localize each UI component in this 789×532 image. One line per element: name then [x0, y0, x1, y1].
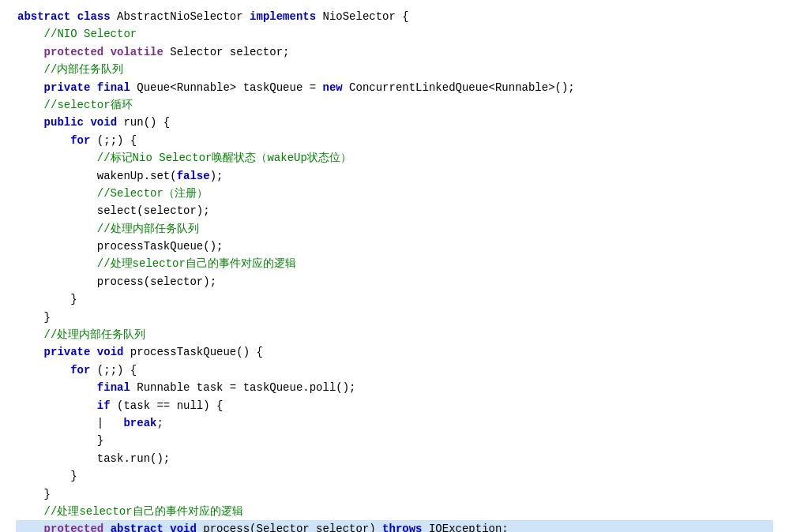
code-line: //处理selector自己的事件对应的逻辑: [16, 255, 773, 272]
code-token: }: [17, 470, 77, 482]
code-token: );: [210, 170, 224, 182]
code-line: final Runnable task = taskQueue.poll();: [16, 379, 773, 396]
code-token: //标记Nio Selector唤醒状态（wakeUp状态位）: [17, 152, 351, 164]
code-token: (;;) {: [97, 134, 137, 147]
code-token: //处理内部任务队列: [17, 223, 199, 235]
code-token: //内部任务队列: [17, 63, 123, 76]
code-line: for (;;) {: [16, 362, 773, 379]
code-line: //NIO Selector: [16, 25, 773, 43]
code-token: false: [177, 170, 210, 182]
code-token: [17, 134, 70, 147]
code-token: Queue<Runnable> taskQueue =: [137, 81, 322, 94]
code-token: final: [97, 381, 137, 394]
code-line: public void run() {: [16, 114, 773, 131]
code-line: abstract class AbstractNioSelector imple…: [16, 8, 773, 25]
code-token: processTaskQueue() {: [130, 346, 263, 358]
code-token: [17, 399, 97, 412]
code-token: class: [77, 10, 117, 23]
code-line: private final Queue<Runnable> taskQueue …: [16, 79, 773, 96]
code-token: //处理selector自己的事件对应的逻辑: [17, 257, 296, 270]
code-line: //内部任务队列: [16, 61, 773, 78]
code-token: }: [17, 311, 51, 324]
code-block: abstract class AbstractNioSelector imple…: [16, 8, 773, 532]
code-token: select(selector);: [17, 204, 210, 217]
code-line: | break;: [16, 414, 773, 432]
code-token: (task == null) {: [117, 399, 223, 412]
code-line: //selector循环: [16, 96, 773, 114]
code-token: //Selector（注册）: [17, 187, 208, 200]
code-line: wakenUp.set(false);: [16, 167, 773, 185]
code-token: new: [323, 81, 350, 94]
code-line: protected volatile Selector selector;: [16, 43, 773, 61]
code-token: void: [90, 116, 123, 129]
code-token: volatile: [111, 46, 171, 58]
code-line: //处理内部任务队列: [16, 326, 773, 343]
code-token: AbstractNioSelector: [117, 10, 250, 23]
code-token: void: [170, 523, 203, 532]
code-token: //selector循环: [17, 99, 133, 111]
code-token: |: [17, 417, 123, 429]
code-token: [17, 81, 44, 94]
code-token: (;;) {: [97, 364, 137, 377]
code-token: public: [44, 116, 91, 129]
code-token: final: [97, 81, 137, 94]
code-line: //标记Nio Selector唤醒状态（wakeUp状态位）: [16, 149, 773, 167]
code-token: for: [70, 134, 97, 147]
code-token: [17, 523, 44, 532]
code-line: for (;;) {: [16, 132, 773, 149]
code-token: Selector selector;: [170, 46, 289, 58]
code-line: }: [16, 290, 773, 308]
code-token: NioSelector {: [323, 10, 409, 23]
code-token: }: [17, 434, 103, 447]
code-line: task.run();: [16, 450, 773, 467]
code-token: protected: [44, 46, 111, 58]
code-token: private: [44, 346, 97, 358]
code-line: select(selector);: [16, 202, 773, 219]
code-token: [17, 346, 44, 358]
code-token: Runnable task = taskQueue.poll();: [137, 381, 355, 394]
code-line: //处理selector自己的事件对应的逻辑: [16, 503, 773, 520]
code-token: wakenUp.set(: [17, 170, 177, 182]
code-token: implements: [250, 10, 322, 23]
code-line: if (task == null) {: [16, 397, 773, 414]
code-token: }: [17, 488, 51, 500]
code-token: abstract: [111, 523, 171, 532]
code-token: for: [70, 364, 97, 377]
code-token: //NIO Selector: [17, 28, 137, 40]
code-token: IOException;: [429, 523, 509, 532]
code-token: //处理selector自己的事件对应的逻辑: [17, 505, 243, 518]
code-line: processTaskQueue();: [16, 238, 773, 255]
code-line: }: [16, 485, 773, 503]
code-line: process(selector);: [16, 273, 773, 290]
code-line: //处理内部任务队列: [16, 220, 773, 238]
code-line: private void processTaskQueue() {: [16, 343, 773, 361]
code-token: [17, 46, 44, 58]
code-token: ConcurrentLinkedQueue<Runnable>();: [349, 81, 575, 94]
code-token: process(Selector selector): [203, 523, 382, 532]
code-editor: abstract class AbstractNioSelector imple…: [0, 0, 789, 532]
code-token: void: [97, 346, 130, 358]
code-line: }: [16, 432, 773, 449]
code-token: if: [97, 399, 117, 412]
code-token: [17, 116, 44, 129]
code-line: }: [16, 467, 773, 485]
code-line: protected abstract void process(Selector…: [16, 520, 773, 532]
code-token: [17, 364, 70, 377]
code-token: private: [44, 81, 97, 94]
code-line: //Selector（注册）: [16, 185, 773, 202]
code-token: run() {: [123, 116, 170, 129]
code-token: processTaskQueue();: [17, 240, 223, 253]
code-token: process(selector);: [17, 275, 216, 288]
code-token: abstract: [17, 10, 77, 23]
code-token: throws: [382, 523, 429, 532]
code-token: ;: [156, 417, 163, 429]
code-token: task.run();: [17, 452, 170, 465]
code-line: }: [16, 309, 773, 326]
code-token: protected: [44, 523, 111, 532]
code-token: [17, 381, 97, 394]
code-token: }: [17, 293, 77, 305]
code-token: //处理内部任务队列: [17, 328, 145, 341]
code-token: break: [123, 417, 156, 429]
